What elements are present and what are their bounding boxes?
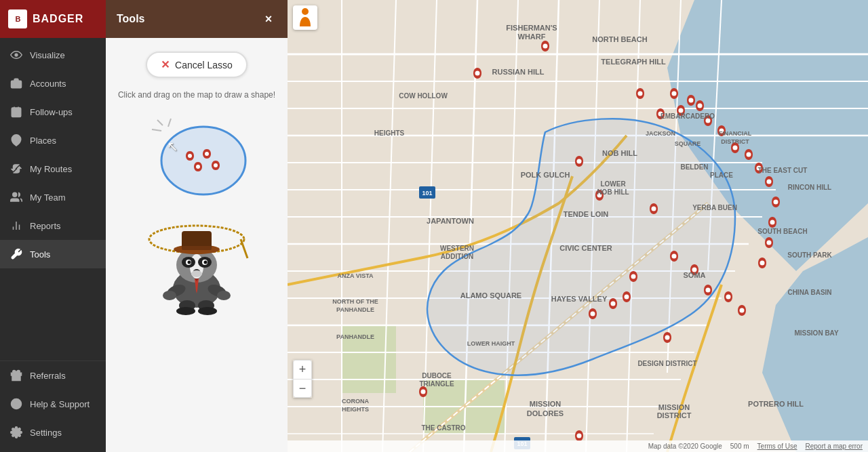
svg-text:DISTRICT: DISTRICT xyxy=(721,138,749,145)
sidebar-item-visualize[interactable]: Visualize xyxy=(0,41,106,69)
svg-point-112 xyxy=(611,302,616,306)
svg-point-88 xyxy=(475,71,480,76)
briefcase-icon xyxy=(9,77,23,90)
svg-point-102 xyxy=(774,200,778,205)
svg-text:↖: ↖ xyxy=(167,139,178,154)
svg-point-116 xyxy=(726,295,731,300)
sidebar-item-places[interactable]: Places xyxy=(0,126,106,155)
wrench-icon xyxy=(9,247,23,261)
svg-point-170 xyxy=(302,8,309,15)
map-svg: 101 101 xyxy=(288,0,868,452)
cancel-lasso-label: Cancel Lasso xyxy=(175,60,233,70)
lasso-illustration: ↖ xyxy=(142,112,251,200)
sidebar-label-help: Help & Support xyxy=(30,399,90,409)
svg-text:HAYES VALLEY: HAYES VALLEY xyxy=(551,295,608,303)
users-icon xyxy=(9,190,23,204)
svg-point-24 xyxy=(196,165,200,169)
sidebar-item-tools[interactable]: Tools xyxy=(0,240,106,268)
svg-rect-41 xyxy=(182,246,212,250)
sidebar-item-followups[interactable]: 31 Follow-ups xyxy=(0,98,106,126)
svg-point-106 xyxy=(577,159,582,164)
cancel-lasso-button[interactable]: ✕ Cancel Lasso xyxy=(146,52,248,78)
tools-close-button[interactable]: × xyxy=(260,11,277,27)
svg-text:31: 31 xyxy=(14,112,19,116)
sidebar-label-referrals: Referrals xyxy=(30,371,66,381)
svg-text:SOUTH BEACH: SOUTH BEACH xyxy=(757,228,807,235)
map-area[interactable]: 101 101 xyxy=(288,0,868,452)
svg-point-117 xyxy=(740,308,745,313)
svg-text:DOLORES: DOLORES xyxy=(527,409,564,417)
svg-text:JACKSON: JACKSON xyxy=(646,130,675,137)
svg-text:RINCON HILL: RINCON HILL xyxy=(788,184,831,191)
svg-text:CHINA BASIN: CHINA BASIN xyxy=(787,289,831,296)
svg-point-38 xyxy=(191,270,202,277)
sidebar-label-followups: Follow-ups xyxy=(30,107,73,117)
sidebar-label-visualize: Visualize xyxy=(30,50,65,60)
terms-link[interactable]: Terms of Use xyxy=(757,443,797,450)
map-attribution: Map data ©2020 Google xyxy=(648,443,722,450)
svg-text:NORTH OF THE: NORTH OF THE xyxy=(332,298,378,305)
svg-text:BELDEN: BELDEN xyxy=(680,163,708,171)
sidebar-nav: Visualize Accounts 31 Follow-ups Places xyxy=(0,38,106,361)
logo-icon: B xyxy=(8,9,27,28)
svg-text:TRIANGLE: TRIANGLE xyxy=(419,380,454,388)
sidebar-item-reports[interactable]: Reports xyxy=(0,211,106,240)
svg-text:LOWER: LOWER xyxy=(600,180,626,188)
svg-point-115 xyxy=(706,288,711,293)
svg-line-19 xyxy=(152,129,161,131)
svg-text:FISHERMAN'S: FISHERMAN'S xyxy=(506,24,557,32)
sidebar-item-my-routes[interactable]: My Routes xyxy=(0,155,106,183)
zoom-in-button[interactable]: + xyxy=(293,360,312,379)
svg-point-89 xyxy=(543,44,548,49)
svg-point-0 xyxy=(14,53,18,56)
svg-point-105 xyxy=(760,261,765,266)
sidebar-label-tools: Tools xyxy=(30,249,50,260)
svg-point-91 xyxy=(672,91,677,96)
svg-text:HEIGHTS: HEIGHTS xyxy=(342,406,369,413)
svg-line-17 xyxy=(168,119,171,127)
zoom-controls: + − xyxy=(293,360,312,398)
svg-text:DESIGN DISTRICT: DESIGN DISTRICT xyxy=(637,360,696,367)
report-error-link[interactable]: Report a map error xyxy=(806,443,863,450)
svg-text:TENDE LOIN: TENDE LOIN xyxy=(564,210,609,218)
svg-text:TELEGRAPH HILL: TELEGRAPH HILL xyxy=(601,58,666,66)
scale-label: 500 m xyxy=(730,443,749,450)
svg-text:JAPANTOWN: JAPANTOWN xyxy=(427,217,474,225)
svg-text:PLACE: PLACE xyxy=(710,171,733,179)
svg-text:YERBA BUEN: YERBA BUEN xyxy=(692,204,737,211)
eye-icon xyxy=(9,48,23,62)
sidebar-item-settings[interactable]: Settings xyxy=(0,418,106,447)
sidebar-item-referrals[interactable]: Referrals xyxy=(0,361,106,390)
svg-text:THE EAST CUT: THE EAST CUT xyxy=(758,167,808,174)
badger-svg xyxy=(136,211,258,319)
svg-rect-1 xyxy=(12,81,22,88)
svg-point-90 xyxy=(638,91,643,96)
svg-text:NORTH BEACH: NORTH BEACH xyxy=(592,35,647,43)
svg-text:DUBOCE: DUBOCE xyxy=(422,372,452,379)
sidebar-label-reports: Reports xyxy=(30,221,61,231)
svg-text:CORONA: CORONA xyxy=(342,398,369,405)
calendar-icon: 31 xyxy=(9,105,23,119)
badger-mascot xyxy=(136,211,258,319)
svg-point-94 xyxy=(698,104,703,108)
sidebar-label-my-routes: My Routes xyxy=(30,164,72,174)
svg-text:ADDITION: ADDITION xyxy=(441,253,473,260)
tools-title: Tools xyxy=(117,13,144,25)
sidebar-item-accounts[interactable]: Accounts xyxy=(0,69,106,98)
svg-point-22 xyxy=(188,154,192,158)
sidebar-item-help[interactable]: Help & Support xyxy=(0,390,106,418)
sidebar-item-my-team[interactable]: My Team xyxy=(0,183,106,211)
gift-icon xyxy=(9,369,23,382)
svg-point-36 xyxy=(204,261,208,264)
svg-point-25 xyxy=(214,163,218,167)
lasso-svg: ↖ xyxy=(142,112,251,200)
street-view-icon[interactable] xyxy=(293,5,317,30)
logo-text: BADGER xyxy=(33,13,83,25)
svg-text:FINANCIAL: FINANCIAL xyxy=(719,130,752,137)
map-pin-icon xyxy=(9,133,23,147)
tools-content: ✕ Cancel Lasso Click and drag on the map… xyxy=(106,38,288,333)
svg-point-120 xyxy=(577,434,582,438)
zoom-out-button[interactable]: − xyxy=(293,379,312,398)
svg-point-45 xyxy=(217,291,231,300)
sidebar-label-places: Places xyxy=(30,136,56,146)
